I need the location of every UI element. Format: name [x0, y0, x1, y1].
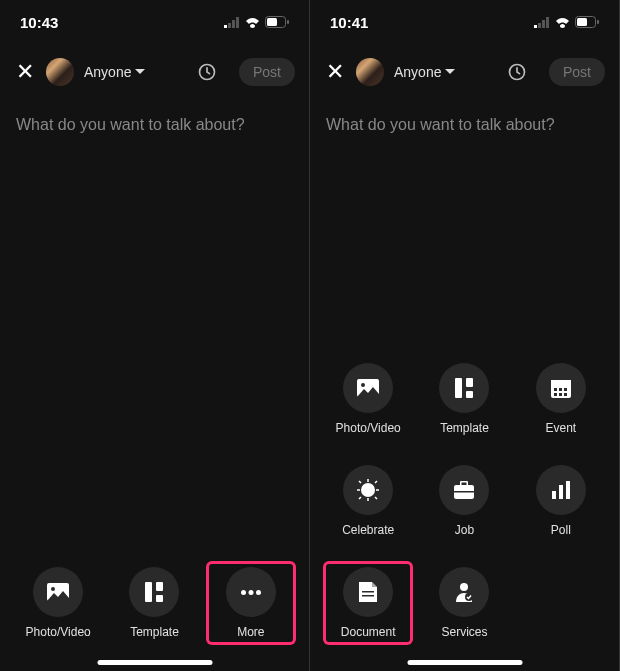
tool-celebrate[interactable]: Celebrate [323, 459, 413, 543]
svg-rect-12 [156, 582, 163, 591]
tool-more[interactable]: More [206, 561, 296, 645]
status-bar: 10:41 [310, 0, 619, 44]
svg-rect-13 [156, 595, 163, 602]
svg-rect-2 [232, 20, 235, 28]
svg-rect-19 [542, 20, 545, 28]
tool-label: More [237, 625, 264, 639]
audience-selector[interactable]: Anyone [394, 64, 455, 80]
svg-point-14 [241, 590, 246, 595]
svg-rect-47 [362, 591, 374, 593]
signal-icon [534, 17, 550, 28]
svg-point-15 [248, 590, 253, 595]
svg-rect-42 [462, 483, 467, 486]
clock-icon[interactable] [197, 62, 217, 82]
svg-point-49 [460, 583, 468, 591]
tool-label: Poll [551, 523, 571, 537]
audience-label: Anyone [394, 64, 441, 80]
svg-rect-33 [554, 388, 557, 391]
poll-icon [552, 481, 570, 499]
composer-input[interactable]: What do you want to talk about? [0, 100, 309, 150]
template-icon [145, 582, 163, 602]
svg-rect-35 [564, 388, 567, 391]
svg-rect-48 [362, 595, 374, 597]
phone-left: 10:43 ✕ Anyone Post What do you want to … [0, 0, 310, 671]
svg-rect-38 [564, 393, 567, 396]
attachment-grid: Photo/Video Template Event Celebrate Job [310, 347, 619, 671]
tool-job[interactable]: Job [419, 459, 509, 543]
tool-document[interactable]: Document [323, 561, 413, 645]
svg-rect-43 [454, 491, 474, 493]
status-indicators [534, 16, 599, 28]
svg-rect-44 [552, 491, 556, 499]
svg-point-10 [51, 587, 55, 591]
clock-icon[interactable] [507, 62, 527, 82]
tool-label: Job [455, 523, 474, 537]
svg-rect-24 [597, 20, 599, 24]
svg-rect-29 [466, 378, 473, 387]
svg-rect-18 [538, 23, 541, 28]
wifi-icon [555, 17, 570, 28]
status-indicators [224, 16, 289, 28]
home-indicator[interactable] [407, 660, 522, 665]
status-time: 10:43 [20, 14, 58, 31]
briefcase-icon [454, 481, 474, 499]
svg-rect-45 [559, 485, 563, 499]
svg-rect-7 [287, 20, 289, 24]
svg-rect-28 [455, 378, 462, 398]
tool-photo-video[interactable]: Photo/Video [13, 561, 103, 645]
svg-rect-4 [224, 25, 227, 28]
tool-services[interactable]: Services [419, 561, 509, 645]
tool-label: Services [441, 625, 487, 639]
more-icon [241, 590, 261, 595]
tool-event[interactable]: Event [516, 357, 606, 441]
audience-selector[interactable]: Anyone [84, 64, 145, 80]
svg-rect-46 [566, 481, 570, 499]
celebrate-icon [357, 479, 379, 501]
phone-right: 10:41 ✕ Anyone Post What do you want to … [310, 0, 620, 671]
tool-label: Template [130, 625, 179, 639]
wifi-icon [245, 17, 260, 28]
tool-template[interactable]: Template [419, 357, 509, 441]
composer-header: ✕ Anyone Post [0, 44, 309, 100]
battery-icon [575, 16, 599, 28]
avatar[interactable] [46, 58, 74, 86]
photo-icon [357, 379, 379, 397]
tool-label: Celebrate [342, 523, 394, 537]
services-icon [455, 582, 473, 602]
svg-point-16 [256, 590, 261, 595]
avatar[interactable] [356, 58, 384, 86]
battery-icon [265, 16, 289, 28]
attachment-toolbar: Photo/Video Template More [0, 553, 309, 671]
composer-header: ✕ Anyone Post [310, 44, 619, 100]
svg-point-39 [361, 483, 375, 497]
close-icon[interactable]: ✕ [14, 59, 36, 85]
svg-rect-21 [534, 25, 537, 28]
template-icon [455, 378, 473, 398]
document-icon [359, 582, 377, 602]
tool-label: Document [341, 625, 396, 639]
tool-poll[interactable]: Poll [516, 459, 606, 543]
svg-rect-36 [554, 393, 557, 396]
tool-label: Template [440, 421, 489, 435]
svg-rect-6 [267, 18, 277, 26]
tool-label: Photo/Video [26, 625, 91, 639]
status-bar: 10:43 [0, 0, 309, 44]
svg-rect-34 [559, 388, 562, 391]
tool-template[interactable]: Template [109, 561, 199, 645]
composer-input[interactable]: What do you want to talk about? [310, 100, 619, 150]
status-time: 10:41 [330, 14, 368, 31]
post-button[interactable]: Post [239, 58, 295, 86]
chevron-down-icon [445, 69, 455, 75]
svg-rect-11 [145, 582, 152, 602]
svg-rect-23 [577, 18, 587, 26]
tool-label: Photo/Video [336, 421, 401, 435]
photo-icon [47, 583, 69, 601]
post-button[interactable]: Post [549, 58, 605, 86]
svg-rect-3 [236, 17, 239, 28]
home-indicator[interactable] [97, 660, 212, 665]
calendar-icon [551, 378, 571, 398]
svg-point-27 [361, 383, 365, 387]
tool-photo-video[interactable]: Photo/Video [323, 357, 413, 441]
close-icon[interactable]: ✕ [324, 59, 346, 85]
svg-rect-30 [466, 391, 473, 398]
